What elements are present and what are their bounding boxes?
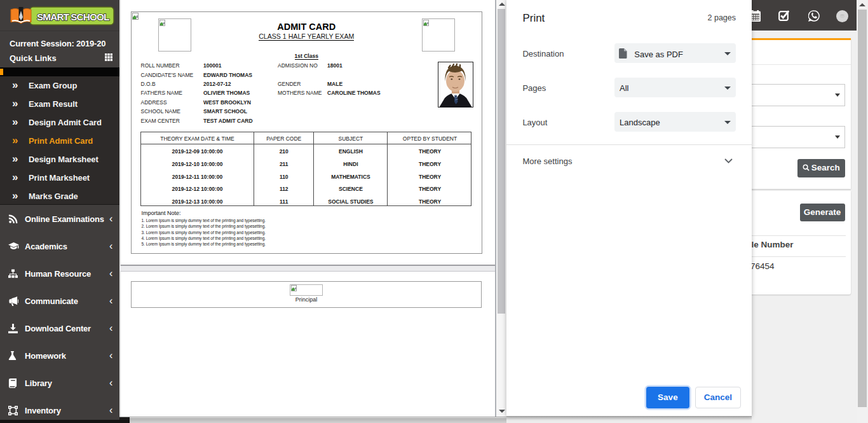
svg-text:SMART SCHOOL: SMART SCHOOL	[37, 11, 109, 22]
